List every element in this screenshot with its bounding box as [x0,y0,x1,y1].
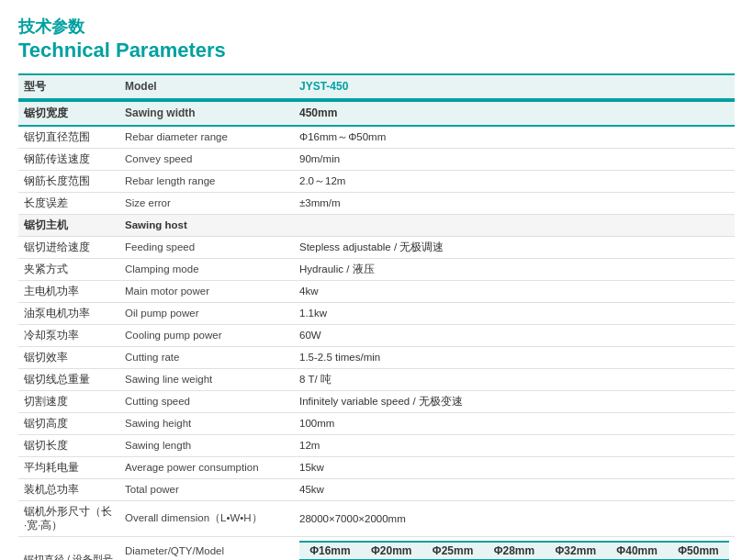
cell-en: Feeding speed [119,236,294,258]
cell-zh: 锯切效率 [18,346,119,368]
cell-en: Total power [119,478,294,500]
cell-en: Overall dimension（L•W•H） [119,500,294,536]
diameter-header-cell: Φ28mm [484,542,545,560]
cell-en: Cutting speed [119,390,294,412]
cell-val: Stepless adjustable / 无极调速 [294,236,735,258]
cell-val: 2.0～12m [294,170,735,192]
cell-zh: 主电机功率 [18,280,119,302]
cell-zh: 长度误差 [18,192,119,214]
cell-val: ±3mm/m [294,192,735,214]
cell-zh: 锯切宽度 [18,101,119,126]
cell-en: Sawing width [119,101,294,126]
header-col2: Model [119,74,294,99]
cell-en: Clamping mode [119,258,294,280]
cell-zh: 冷却泵功率 [18,324,119,346]
table-row: 油泵电机功率Oil pump power1.1kw [18,302,735,324]
cell-val: 1.5-2.5 times/min [294,346,735,368]
cell-zh: 装机总功率 [18,478,119,500]
cell-val: 12m [294,434,735,456]
diameter-en: Diameter/QTY/Model [119,536,294,560]
table-row: 锯机外形尺寸（长·宽·高）Overall dimension（L•W•H）280… [18,500,735,536]
diameter-headers: Φ16mmΦ20mmΦ25mmΦ28mmΦ32mmΦ40mmΦ50mm [294,536,735,560]
table-row: 锯切线总重量Sawing line weight8 T/ 吨 [18,368,735,390]
cell-zh: 锯切长度 [18,434,119,456]
cell-zh: 平均耗电量 [18,456,119,478]
cell-val: Hydraulic / 液压 [294,258,735,280]
diameter-header-cell: Φ32mm [545,542,606,560]
cell-en: Oil pump power [119,302,294,324]
table-row: 长度误差Size error±3mm/m [18,192,735,214]
cell-en: Sawing host [119,214,294,236]
cell-zh: 钢筋长度范围 [18,170,119,192]
cell-val: 450mm [294,101,735,126]
cell-en: Rebar diameter range [119,126,294,149]
data-table: 锯切宽度Sawing width450mm锯切直径范围Rebar diamete… [18,100,735,560]
table-row: 钢筋长度范围Rebar length range2.0～12m [18,170,735,192]
cell-val: 28000×7000×2000mm [294,500,735,536]
table-row: 锯切主机Sawing host [18,214,735,236]
cell-zh: 油泵电机功率 [18,302,119,324]
cell-zh: 锯切高度 [18,412,119,434]
table-row: 锯切直径范围Rebar diameter rangeΦ16mm～Φ50mm [18,126,735,149]
cell-zh: 锯机外形尺寸（长·宽·高） [18,500,119,536]
cell-en: Main motor power [119,280,294,302]
cell-val: 60W [294,324,735,346]
cell-en: Cutting rate [119,346,294,368]
table-row: 切割速度Cutting speedInfinitely variable spe… [18,390,735,412]
table-row: 钢筋传送速度Convey speed90m/min [18,148,735,170]
cell-val: 15kw [294,456,735,478]
header-col1: 型号 [18,74,119,99]
table-row: 冷却泵功率Cooling pump power60W [18,324,735,346]
cell-val: 90m/min [294,148,735,170]
header-col3: JYST-450 [294,74,735,99]
cell-en: Rebar length range [119,170,294,192]
table-row: 平均耗电量Average power consumption15kw [18,456,735,478]
cell-val: Infinitely variable speed / 无极变速 [294,390,735,412]
diameter-header-cell: Φ16mm [299,542,361,560]
cell-en: Convey speed [119,148,294,170]
cell-zh: 锯切进给速度 [18,236,119,258]
cell-zh: 钢筋传送速度 [18,148,119,170]
cell-en: Sawing height [119,412,294,434]
table-row: 装机总功率Total power45kw [18,478,735,500]
diameter-row-1: 锯切直径 / 设备型号 / 锯切根数Diameter/QTY/ModelΦ16m… [18,536,735,560]
params-table: 型号 Model JYST-450 [18,73,735,100]
diameter-header-table: Φ16mmΦ20mmΦ25mmΦ28mmΦ32mmΦ40mmΦ50mm [299,541,729,560]
diameter-header-cell: Φ20mm [361,542,422,560]
cell-zh: 切割速度 [18,390,119,412]
cell-zh: 锯切线总重量 [18,368,119,390]
cell-val [294,214,735,236]
cell-en: Sawing length [119,434,294,456]
cell-en: Average power consumption [119,456,294,478]
diameter-header-cell: Φ25mm [422,542,484,560]
table-row: 锯切宽度Sawing width450mm [18,101,735,126]
cell-zh: 锯切直径范围 [18,126,119,149]
cell-en: Sawing line weight [119,368,294,390]
cell-val: 45kw [294,478,735,500]
header-row: 型号 Model JYST-450 [18,74,735,99]
diameter-header-cell: Φ50mm [668,542,729,560]
diameter-header-cell: Φ40mm [606,542,668,560]
cell-zh: 锯切主机 [18,214,119,236]
diameter-zh: 锯切直径 / 设备型号 / 锯切根数 [18,536,119,560]
cell-val: 4kw [294,280,735,302]
cell-en: Cooling pump power [119,324,294,346]
table-row: 锯切高度Sawing height100mm [18,412,735,434]
cell-val: 100mm [294,412,735,434]
cell-val: 8 T/ 吨 [294,368,735,390]
page-wrapper: 技术参数 Technical Parameters 型号 Model JYST-… [0,0,753,560]
table-row: 锯切进给速度Feeding speedStepless adjustable /… [18,236,735,258]
table-row: 夹紧方式Clamping modeHydraulic / 液压 [18,258,735,280]
cell-zh: 夹紧方式 [18,258,119,280]
cell-val: Φ16mm～Φ50mm [294,126,735,149]
cell-en: Size error [119,192,294,214]
table-row: 主电机功率Main motor power4kw [18,280,735,302]
title-section: 技术参数 Technical Parameters [18,17,735,64]
title-zh: 技术参数 [18,17,735,38]
cell-val: 1.1kw [294,302,735,324]
table-row: 锯切效率Cutting rate1.5-2.5 times/min [18,346,735,368]
title-en: Technical Parameters [18,38,735,64]
table-row: 锯切长度Sawing length12m [18,434,735,456]
